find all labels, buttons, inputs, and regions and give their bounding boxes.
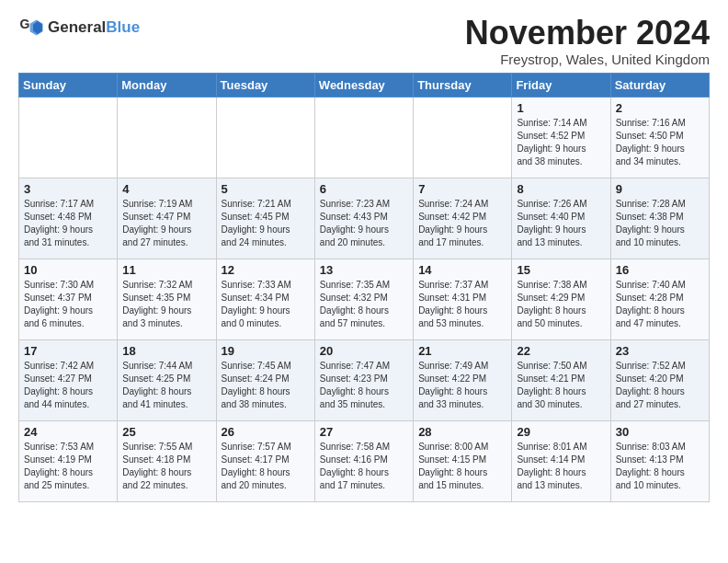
day-info: Sunrise: 7:19 AM Sunset: 4:47 PM Dayligh… [122, 198, 210, 249]
day-info: Sunrise: 7:23 AM Sunset: 4:43 PM Dayligh… [320, 198, 408, 249]
calendar-cell: 6Sunrise: 7:23 AM Sunset: 4:43 PM Daylig… [314, 178, 413, 259]
day-number: 14 [418, 263, 506, 277]
calendar-cell: 8Sunrise: 7:26 AM Sunset: 4:40 PM Daylig… [512, 178, 610, 259]
weekday-header-thursday: Thursday [414, 73, 512, 97]
calendar-cell: 17Sunrise: 7:42 AM Sunset: 4:27 PM Dayli… [19, 339, 118, 420]
svg-text:G: G [19, 17, 29, 31]
logo-line2: Blue [106, 18, 140, 36]
day-number: 26 [222, 425, 310, 439]
day-number: 13 [320, 263, 408, 277]
day-number: 15 [517, 263, 605, 277]
day-info: Sunrise: 7:35 AM Sunset: 4:32 PM Dayligh… [320, 279, 408, 330]
logo-icon: G [18, 15, 44, 40]
calendar-cell [118, 97, 216, 178]
calendar: SundayMondayTuesdayWednesdayThursdayFrid… [18, 73, 710, 502]
calendar-cell: 22Sunrise: 7:50 AM Sunset: 4:21 PM Dayli… [512, 339, 610, 420]
day-info: Sunrise: 7:21 AM Sunset: 4:45 PM Dayligh… [222, 198, 310, 249]
calendar-cell: 7Sunrise: 7:24 AM Sunset: 4:42 PM Daylig… [414, 178, 512, 259]
day-info: Sunrise: 7:32 AM Sunset: 4:35 PM Dayligh… [122, 279, 210, 330]
day-number: 3 [24, 182, 112, 196]
day-info: Sunrise: 7:40 AM Sunset: 4:28 PM Dayligh… [616, 279, 704, 330]
day-info: Sunrise: 7:33 AM Sunset: 4:34 PM Dayligh… [222, 279, 310, 330]
calendar-body: 1Sunrise: 7:14 AM Sunset: 4:52 PM Daylig… [19, 97, 710, 501]
calendar-cell: 20Sunrise: 7:47 AM Sunset: 4:23 PM Dayli… [314, 339, 413, 420]
calendar-cell [216, 97, 314, 178]
calendar-header: SundayMondayTuesdayWednesdayThursdayFrid… [19, 73, 710, 97]
day-info: Sunrise: 7:26 AM Sunset: 4:40 PM Dayligh… [517, 198, 605, 249]
day-info: Sunrise: 7:24 AM Sunset: 4:42 PM Dayligh… [418, 198, 506, 249]
day-number: 16 [616, 263, 704, 277]
day-info: Sunrise: 7:42 AM Sunset: 4:27 PM Dayligh… [24, 360, 112, 411]
calendar-week-2: 3Sunrise: 7:17 AM Sunset: 4:48 PM Daylig… [19, 178, 710, 259]
calendar-cell: 11Sunrise: 7:32 AM Sunset: 4:35 PM Dayli… [118, 259, 216, 339]
weekday-header-wednesday: Wednesday [314, 73, 413, 97]
logo: G GeneralBlue [18, 15, 140, 40]
calendar-cell: 23Sunrise: 7:52 AM Sunset: 4:20 PM Dayli… [610, 339, 709, 420]
title-area: November 2024 Freystrop, Wales, United K… [465, 15, 710, 67]
day-info: Sunrise: 7:57 AM Sunset: 4:17 PM Dayligh… [222, 441, 310, 492]
day-number: 2 [616, 101, 704, 115]
day-number: 17 [24, 344, 112, 358]
month-title: November 2024 [465, 15, 710, 52]
calendar-week-3: 10Sunrise: 7:30 AM Sunset: 4:37 PM Dayli… [19, 259, 710, 339]
calendar-cell: 24Sunrise: 7:53 AM Sunset: 4:19 PM Dayli… [19, 420, 118, 501]
day-info: Sunrise: 7:55 AM Sunset: 4:18 PM Dayligh… [122, 441, 210, 492]
weekday-row: SundayMondayTuesdayWednesdayThursdayFrid… [19, 73, 710, 97]
day-info: Sunrise: 7:37 AM Sunset: 4:31 PM Dayligh… [418, 279, 506, 330]
day-number: 28 [418, 425, 506, 439]
day-info: Sunrise: 7:17 AM Sunset: 4:48 PM Dayligh… [24, 198, 112, 249]
calendar-cell: 15Sunrise: 7:38 AM Sunset: 4:29 PM Dayli… [512, 259, 610, 339]
day-number: 20 [320, 344, 408, 358]
day-number: 8 [517, 182, 605, 196]
calendar-cell: 10Sunrise: 7:30 AM Sunset: 4:37 PM Dayli… [19, 259, 118, 339]
calendar-cell: 3Sunrise: 7:17 AM Sunset: 4:48 PM Daylig… [19, 178, 118, 259]
calendar-cell: 28Sunrise: 8:00 AM Sunset: 4:15 PM Dayli… [414, 420, 512, 501]
day-info: Sunrise: 8:01 AM Sunset: 4:14 PM Dayligh… [517, 441, 605, 492]
calendar-cell: 9Sunrise: 7:28 AM Sunset: 4:38 PM Daylig… [610, 178, 709, 259]
day-number: 19 [222, 344, 310, 358]
calendar-week-5: 24Sunrise: 7:53 AM Sunset: 4:19 PM Dayli… [19, 420, 710, 501]
day-number: 5 [222, 182, 310, 196]
day-info: Sunrise: 7:50 AM Sunset: 4:21 PM Dayligh… [517, 360, 605, 411]
day-info: Sunrise: 7:30 AM Sunset: 4:37 PM Dayligh… [24, 279, 112, 330]
day-info: Sunrise: 7:53 AM Sunset: 4:19 PM Dayligh… [24, 441, 112, 492]
day-number: 6 [320, 182, 408, 196]
day-number: 24 [24, 425, 112, 439]
weekday-header-saturday: Saturday [610, 73, 709, 97]
day-info: Sunrise: 7:58 AM Sunset: 4:16 PM Dayligh… [320, 441, 408, 492]
day-number: 11 [122, 263, 210, 277]
calendar-cell: 1Sunrise: 7:14 AM Sunset: 4:52 PM Daylig… [512, 97, 610, 178]
day-info: Sunrise: 7:28 AM Sunset: 4:38 PM Dayligh… [616, 198, 704, 249]
calendar-cell [314, 97, 413, 178]
day-number: 4 [122, 182, 210, 196]
weekday-header-monday: Monday [118, 73, 216, 97]
day-info: Sunrise: 7:38 AM Sunset: 4:29 PM Dayligh… [517, 279, 605, 330]
location: Freystrop, Wales, United Kingdom [465, 52, 710, 67]
calendar-cell [19, 97, 118, 178]
logo-text-block: GeneralBlue [48, 18, 140, 37]
day-info: Sunrise: 7:52 AM Sunset: 4:20 PM Dayligh… [616, 360, 704, 411]
calendar-cell: 18Sunrise: 7:44 AM Sunset: 4:25 PM Dayli… [118, 339, 216, 420]
calendar-cell: 12Sunrise: 7:33 AM Sunset: 4:34 PM Dayli… [216, 259, 314, 339]
calendar-cell: 2Sunrise: 7:16 AM Sunset: 4:50 PM Daylig… [610, 97, 709, 178]
day-number: 12 [222, 263, 310, 277]
day-number: 7 [418, 182, 506, 196]
calendar-cell: 14Sunrise: 7:37 AM Sunset: 4:31 PM Dayli… [414, 259, 512, 339]
day-number: 25 [122, 425, 210, 439]
calendar-cell: 27Sunrise: 7:58 AM Sunset: 4:16 PM Dayli… [314, 420, 413, 501]
calendar-cell: 5Sunrise: 7:21 AM Sunset: 4:45 PM Daylig… [216, 178, 314, 259]
calendar-cell: 26Sunrise: 7:57 AM Sunset: 4:17 PM Dayli… [216, 420, 314, 501]
logo-line1: General [48, 18, 106, 36]
day-number: 29 [517, 425, 605, 439]
calendar-cell: 16Sunrise: 7:40 AM Sunset: 4:28 PM Dayli… [610, 259, 709, 339]
day-number: 22 [517, 344, 605, 358]
weekday-header-tuesday: Tuesday [216, 73, 314, 97]
day-info: Sunrise: 7:16 AM Sunset: 4:50 PM Dayligh… [616, 117, 704, 168]
day-info: Sunrise: 7:47 AM Sunset: 4:23 PM Dayligh… [320, 360, 408, 411]
day-number: 21 [418, 344, 506, 358]
day-number: 18 [122, 344, 210, 358]
day-number: 30 [616, 425, 704, 439]
calendar-cell: 21Sunrise: 7:49 AM Sunset: 4:22 PM Dayli… [414, 339, 512, 420]
calendar-cell: 30Sunrise: 8:03 AM Sunset: 4:13 PM Dayli… [610, 420, 709, 501]
day-info: Sunrise: 8:03 AM Sunset: 4:13 PM Dayligh… [616, 441, 704, 492]
